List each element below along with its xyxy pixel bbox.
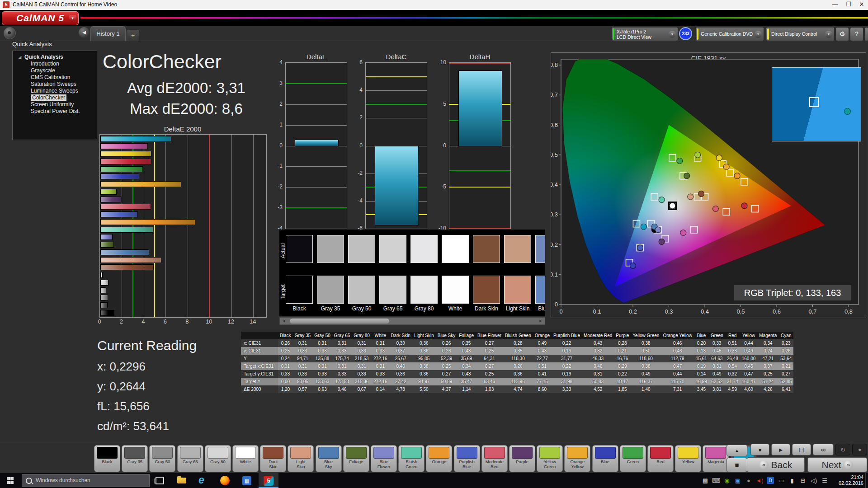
table-row-7: ΔE 20001,200,570,630,460,670,144,785,504… <box>241 385 793 393</box>
back-arrow-icon: « <box>760 460 769 469</box>
swatch-row-label: Target <box>280 278 286 305</box>
stop-button[interactable]: ■ <box>750 444 769 455</box>
minimize-button[interactable]: — <box>828 0 842 10</box>
monitor-icon[interactable]: ▭ <box>776 473 787 488</box>
swatch-scrollbar[interactable]: ◄ ► <box>279 317 545 325</box>
palette-button-gray-65[interactable]: Gray 65 <box>177 445 203 472</box>
sync-app-icon[interactable]: ▣ <box>732 473 743 488</box>
col-header-gray-50: Gray 50 <box>312 332 332 339</box>
help-button[interactable]: ? <box>850 27 863 41</box>
settings-button[interactable]: ⚙ <box>835 27 849 41</box>
scroll-left-icon[interactable]: ◄ <box>280 318 288 324</box>
palette-button-red[interactable]: Red <box>647 445 674 472</box>
sidebar-item-introduction[interactable]: Introduction <box>13 61 97 67</box>
resync-button[interactable]: ↻ <box>835 444 850 455</box>
tree-expand-icon[interactable]: ◢ <box>19 55 21 59</box>
maximize-button[interactable]: ❐ <box>842 0 855 10</box>
taskbar-edge[interactable]: e <box>193 473 213 488</box>
tab-history-1[interactable]: History 1 <box>90 26 126 41</box>
palette-button-orange[interactable]: Orange <box>426 445 452 472</box>
volume-mixer-icon[interactable]: ◄) <box>754 473 765 488</box>
start-button[interactable] <box>0 473 21 488</box>
keyboard-icon[interactable]: ⌨ <box>711 473 722 488</box>
battery-icon[interactable]: ▮ <box>787 473 797 488</box>
calman-logo[interactable]: CalMAN 5 ▼ <box>2 11 79 25</box>
play-button[interactable]: ▶ <box>771 444 790 455</box>
sidebar-item-quick-analysis[interactable]: ◢Quick Analysis <box>13 54 97 61</box>
taskbar-clock[interactable]: 21:04 02.02.2016 <box>828 474 863 486</box>
chevron-down-icon[interactable]: ▼ <box>755 31 762 38</box>
rgb-triplet-label: RGB Triplet: 0, 133, 163 <box>734 285 851 300</box>
col-header-light-skin: Light Skin <box>412 332 436 339</box>
chevron-down-icon[interactable]: ▼ <box>669 31 676 38</box>
dolby-icon[interactable]: D <box>767 477 774 484</box>
back-button[interactable]: « Back <box>747 457 805 472</box>
palette-button-magenta[interactable]: Magenta <box>703 445 729 472</box>
display-control-dropdown[interactable]: Direct Display Control ▼ <box>766 27 835 41</box>
palette-button-blue-flower[interactable]: BlueFlower <box>371 445 397 472</box>
reference-line <box>449 187 510 188</box>
palette-scroll-up-button[interactable]: ▲ <box>726 445 747 456</box>
continuous-read-button[interactable]: ∞ <box>813 444 834 455</box>
palette-button-light-skin[interactable]: LightSkin <box>288 445 314 472</box>
cie-y-tick: 0,3 <box>551 211 558 218</box>
palette-button-blue-sky[interactable]: BlueSky <box>316 445 342 472</box>
palette-button-gray-80[interactable]: Gray 80 <box>205 445 231 472</box>
palette-button-yellow[interactable]: Yellow <box>675 445 701 472</box>
palette-button-bluish-green[interactable]: BluishGreen <box>398 445 425 472</box>
meter-dropdown[interactable]: X-Rite i1Pro 2 LCD Direct View ▼ <box>611 27 678 41</box>
collapse-panel-button[interactable] <box>864 27 868 41</box>
read-series-button[interactable]: [··] <box>792 444 811 455</box>
nvidia-icon[interactable]: ◉ <box>722 473 732 488</box>
palette-button-gray-35[interactable]: Gray 35 <box>122 445 148 472</box>
network-icon[interactable]: ⊟ <box>797 473 808 488</box>
palette-button-gray-50[interactable]: Gray 50 <box>149 445 175 472</box>
taskbar-firefox[interactable] <box>215 473 235 488</box>
palette-button-dark-skin[interactable]: DarkSkin <box>260 445 286 472</box>
pattern-window-button[interactable]: ■ <box>726 458 747 472</box>
sidebar-item-cms-calibration[interactable]: CMS Calibration <box>13 74 97 81</box>
sidebar-item-colorchecker[interactable]: ColorChecker <box>13 94 97 101</box>
palette-button-foliage[interactable]: Foliage <box>343 445 369 472</box>
palette-button-green[interactable]: Green <box>620 445 646 472</box>
col-header-gray-35: Gray 35 <box>293 332 313 339</box>
palette-button-purple[interactable]: Purple <box>509 445 535 472</box>
source-dropdown[interactable]: Generic Calibration DVD ▼ <box>695 27 764 41</box>
sphere-icon[interactable]: ● <box>743 473 754 488</box>
palette-button-purplish-blue[interactable]: PurplishBlue <box>454 445 480 472</box>
palette-button-moderate-red[interactable]: ModerateRed <box>481 445 508 472</box>
next-button[interactable]: Next » <box>807 457 867 472</box>
printer-icon[interactable]: ▤ <box>700 473 711 488</box>
scroll-right-icon[interactable]: ► <box>537 318 544 324</box>
close-button[interactable]: ✕ <box>855 0 868 10</box>
palette-button-white[interactable]: White <box>232 445 259 472</box>
taskbar-calman-active[interactable]: 5 <box>259 473 278 488</box>
palette-button-black[interactable]: Black <box>94 445 120 472</box>
sidebar-record-button[interactable] <box>4 27 16 39</box>
taskbar-search-input[interactable]: Windows durchsuchen <box>22 474 150 487</box>
add-tab-button[interactable]: + <box>127 30 139 41</box>
sidebar-item-grayscale[interactable]: Grayscale <box>13 67 97 74</box>
color-chip <box>401 447 422 459</box>
max-de2000: Max dE2000: 8,6 <box>98 100 274 117</box>
palette-button-blue[interactable]: Blue <box>592 445 618 472</box>
show-desktop-button[interactable] <box>865 473 868 488</box>
sidebar-item-spectral-power-dist-[interactable]: Spectral Power Dist. <box>13 108 97 115</box>
sidebar-collapse-button[interactable]: ◀ <box>79 27 90 38</box>
col-header-white: White <box>372 332 389 339</box>
taskbar-file-explorer[interactable] <box>172 473 192 488</box>
taskbar-app-tile[interactable]: ▦ <box>237 473 257 488</box>
logo-menu-arrow-icon[interactable]: ▼ <box>69 15 76 21</box>
sidebar-item-luminance-sweeps[interactable]: Luminance Sweeps <box>13 88 97 94</box>
record-button[interactable]: ● <box>852 444 867 455</box>
speaker-icon[interactable]: ◁) <box>808 473 819 488</box>
col-header-blue: Blue <box>694 332 709 339</box>
sidebar-item-screen-uniformity[interactable]: Screen Uniformity <box>13 101 97 108</box>
scrollbar-thumb[interactable] <box>290 319 389 324</box>
task-view-button[interactable] <box>154 476 165 485</box>
meter-count-badge[interactable]: 233 <box>679 27 692 40</box>
palette-button-orange-yellow[interactable]: OrangeYellow <box>564 445 590 472</box>
palette-button-yellow-green[interactable]: YellowGreen <box>537 445 563 472</box>
sidebar-item-saturation-sweeps[interactable]: Saturation Sweeps <box>13 81 97 88</box>
chevron-down-icon[interactable]: ▼ <box>825 31 832 38</box>
